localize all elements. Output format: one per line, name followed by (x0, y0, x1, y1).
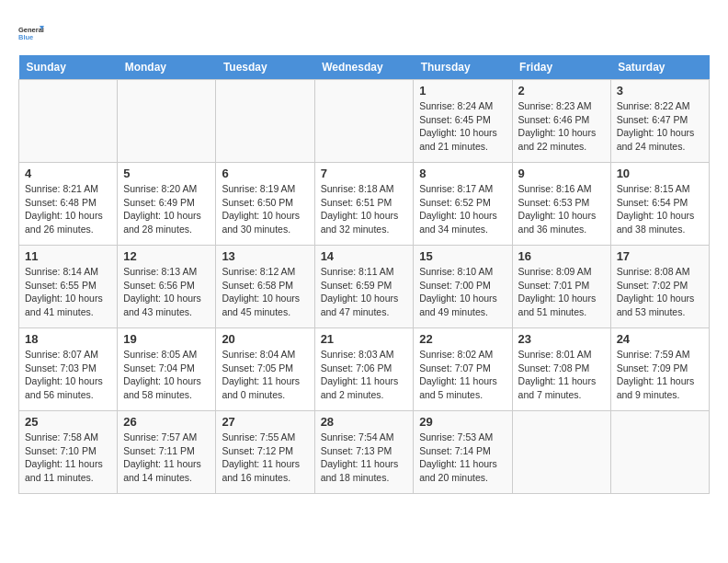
calendar-cell: 13Sunrise: 8:12 AM Sunset: 6:58 PM Dayli… (216, 246, 314, 328)
day-info: Sunrise: 7:57 AM Sunset: 7:11 PM Dayligh… (123, 431, 210, 485)
day-number: 15 (419, 249, 506, 263)
weekday-header-tuesday: Tuesday (216, 55, 314, 80)
calendar-cell: 25Sunrise: 7:58 AM Sunset: 7:10 PM Dayli… (19, 411, 118, 494)
calendar-cell: 18Sunrise: 8:07 AM Sunset: 7:03 PM Dayli… (19, 328, 118, 411)
day-info: Sunrise: 7:59 AM Sunset: 7:09 PM Dayligh… (617, 348, 703, 402)
day-number: 10 (617, 167, 703, 180)
weekday-header-saturday: Saturday (610, 55, 709, 80)
day-info: Sunrise: 8:24 AM Sunset: 6:45 PM Dayligh… (419, 99, 506, 154)
day-number: 21 (321, 332, 408, 346)
calendar-cell: 28Sunrise: 7:54 AM Sunset: 7:13 PM Dayli… (314, 411, 414, 494)
weekday-header-monday: Monday (118, 55, 216, 80)
day-info: Sunrise: 8:07 AM Sunset: 7:03 PM Dayligh… (25, 348, 111, 402)
day-info: Sunrise: 8:22 AM Sunset: 6:47 PM Dayligh… (617, 99, 703, 154)
weekday-header-row: SundayMondayTuesdayWednesdayThursdayFrid… (19, 55, 710, 80)
day-info: Sunrise: 8:12 AM Sunset: 6:58 PM Dayligh… (222, 265, 308, 319)
weekday-header-thursday: Thursday (414, 55, 512, 80)
weekday-header-friday: Friday (512, 55, 610, 80)
weekday-header-sunday: Sunday (19, 55, 118, 80)
day-number: 29 (419, 415, 506, 429)
day-number: 20 (222, 332, 308, 346)
calendar-cell (314, 80, 414, 163)
calendar-cell: 17Sunrise: 8:08 AM Sunset: 7:02 PM Dayli… (610, 246, 709, 328)
day-number: 12 (123, 249, 210, 263)
day-number: 7 (321, 167, 408, 180)
day-number: 22 (419, 332, 506, 346)
calendar-cell: 21Sunrise: 8:03 AM Sunset: 7:06 PM Dayli… (314, 328, 414, 411)
day-number: 17 (617, 249, 703, 263)
day-number: 23 (518, 332, 605, 346)
day-info: Sunrise: 8:08 AM Sunset: 7:02 PM Dayligh… (617, 265, 703, 319)
calendar-cell: 23Sunrise: 8:01 AM Sunset: 7:08 PM Dayli… (512, 328, 610, 411)
day-info: Sunrise: 8:10 AM Sunset: 7:00 PM Dayligh… (419, 265, 506, 319)
calendar-cell: 4Sunrise: 8:21 AM Sunset: 6:48 PM Daylig… (19, 163, 118, 246)
calendar-cell: 16Sunrise: 8:09 AM Sunset: 7:01 PM Dayli… (512, 246, 610, 328)
day-number: 1 (419, 84, 506, 98)
day-info: Sunrise: 8:16 AM Sunset: 6:53 PM Dayligh… (518, 182, 605, 236)
weekday-header-wednesday: Wednesday (314, 55, 414, 80)
logo-icon: GeneralBlue (18, 18, 46, 46)
week-row-5: 25Sunrise: 7:58 AM Sunset: 7:10 PM Dayli… (19, 411, 710, 494)
svg-text:Blue: Blue (18, 33, 33, 41)
day-number: 9 (518, 167, 605, 180)
day-info: Sunrise: 8:04 AM Sunset: 7:05 PM Dayligh… (222, 348, 308, 402)
day-info: Sunrise: 7:53 AM Sunset: 7:14 PM Dayligh… (419, 431, 506, 485)
logo: GeneralBlue (18, 18, 46, 46)
day-number: 27 (222, 415, 308, 429)
week-row-1: 1Sunrise: 8:24 AM Sunset: 6:45 PM Daylig… (19, 80, 710, 163)
day-info: Sunrise: 8:02 AM Sunset: 7:07 PM Dayligh… (419, 348, 506, 402)
calendar-cell (610, 411, 709, 494)
day-info: Sunrise: 8:17 AM Sunset: 6:52 PM Dayligh… (419, 182, 506, 236)
calendar-cell (216, 80, 314, 163)
day-number: 26 (123, 415, 210, 429)
week-row-4: 18Sunrise: 8:07 AM Sunset: 7:03 PM Dayli… (19, 328, 710, 411)
calendar-cell: 12Sunrise: 8:13 AM Sunset: 6:56 PM Dayli… (118, 246, 216, 328)
day-info: Sunrise: 8:05 AM Sunset: 7:04 PM Dayligh… (123, 348, 210, 402)
calendar-cell: 26Sunrise: 7:57 AM Sunset: 7:11 PM Dayli… (118, 411, 216, 494)
day-number: 16 (518, 249, 605, 263)
day-info: Sunrise: 8:18 AM Sunset: 6:51 PM Dayligh… (321, 182, 408, 236)
calendar-cell: 10Sunrise: 8:15 AM Sunset: 6:54 PM Dayli… (610, 163, 709, 246)
day-info: Sunrise: 8:19 AM Sunset: 6:50 PM Dayligh… (222, 182, 308, 236)
day-info: Sunrise: 8:09 AM Sunset: 7:01 PM Dayligh… (518, 265, 605, 319)
day-number: 24 (617, 332, 703, 346)
calendar-cell (512, 411, 610, 494)
calendar-cell: 1Sunrise: 8:24 AM Sunset: 6:45 PM Daylig… (414, 80, 512, 163)
day-info: Sunrise: 7:55 AM Sunset: 7:12 PM Dayligh… (222, 431, 308, 485)
day-number: 18 (25, 332, 111, 346)
calendar-cell (19, 80, 118, 163)
calendar-cell: 20Sunrise: 8:04 AM Sunset: 7:05 PM Dayli… (216, 328, 314, 411)
calendar-cell (118, 80, 216, 163)
calendar-cell: 19Sunrise: 8:05 AM Sunset: 7:04 PM Dayli… (118, 328, 216, 411)
week-row-3: 11Sunrise: 8:14 AM Sunset: 6:55 PM Dayli… (19, 246, 710, 328)
day-number: 2 (518, 84, 605, 98)
calendar-cell: 29Sunrise: 7:53 AM Sunset: 7:14 PM Dayli… (414, 411, 512, 494)
day-info: Sunrise: 8:15 AM Sunset: 6:54 PM Dayligh… (617, 182, 703, 236)
day-number: 28 (321, 415, 408, 429)
day-number: 4 (25, 167, 111, 180)
day-info: Sunrise: 8:01 AM Sunset: 7:08 PM Dayligh… (518, 348, 605, 402)
calendar-cell: 6Sunrise: 8:19 AM Sunset: 6:50 PM Daylig… (216, 163, 314, 246)
day-info: Sunrise: 8:13 AM Sunset: 6:56 PM Dayligh… (123, 265, 210, 319)
calendar-cell: 2Sunrise: 8:23 AM Sunset: 6:46 PM Daylig… (512, 80, 610, 163)
day-info: Sunrise: 8:21 AM Sunset: 6:48 PM Dayligh… (25, 182, 111, 236)
day-number: 8 (419, 167, 506, 180)
calendar-cell: 11Sunrise: 8:14 AM Sunset: 6:55 PM Dayli… (19, 246, 118, 328)
day-info: Sunrise: 7:58 AM Sunset: 7:10 PM Dayligh… (25, 431, 111, 485)
calendar-cell: 5Sunrise: 8:20 AM Sunset: 6:49 PM Daylig… (118, 163, 216, 246)
day-number: 3 (617, 84, 703, 98)
day-info: Sunrise: 7:54 AM Sunset: 7:13 PM Dayligh… (321, 431, 408, 485)
day-info: Sunrise: 8:11 AM Sunset: 6:59 PM Dayligh… (321, 265, 408, 319)
calendar-cell: 22Sunrise: 8:02 AM Sunset: 7:07 PM Dayli… (414, 328, 512, 411)
calendar-cell: 7Sunrise: 8:18 AM Sunset: 6:51 PM Daylig… (314, 163, 414, 246)
week-row-2: 4Sunrise: 8:21 AM Sunset: 6:48 PM Daylig… (19, 163, 710, 246)
calendar-cell: 27Sunrise: 7:55 AM Sunset: 7:12 PM Dayli… (216, 411, 314, 494)
calendar-cell: 24Sunrise: 7:59 AM Sunset: 7:09 PM Dayli… (610, 328, 709, 411)
calendar-cell: 14Sunrise: 8:11 AM Sunset: 6:59 PM Dayli… (314, 246, 414, 328)
calendar-table: SundayMondayTuesdayWednesdayThursdayFrid… (18, 55, 710, 494)
header: GeneralBlue (18, 18, 710, 46)
day-number: 6 (222, 167, 308, 180)
day-info: Sunrise: 8:23 AM Sunset: 6:46 PM Dayligh… (518, 99, 605, 154)
calendar-cell: 8Sunrise: 8:17 AM Sunset: 6:52 PM Daylig… (414, 163, 512, 246)
calendar-cell: 3Sunrise: 8:22 AM Sunset: 6:47 PM Daylig… (610, 80, 709, 163)
